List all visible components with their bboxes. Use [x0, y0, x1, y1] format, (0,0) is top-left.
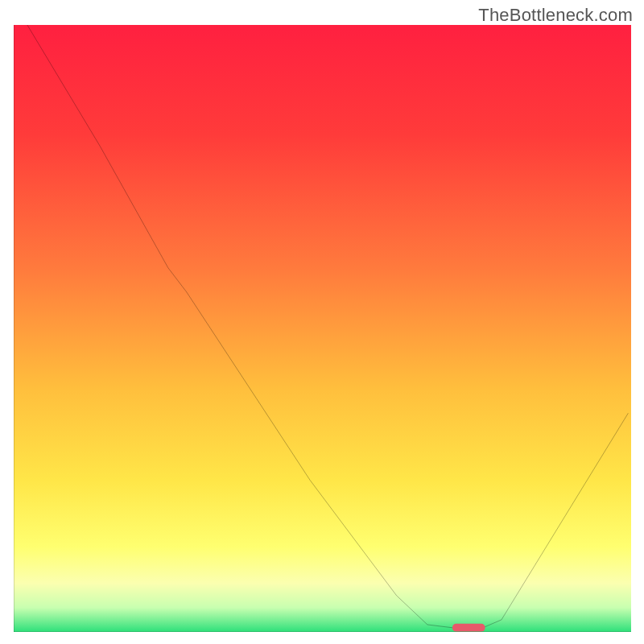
watermark-text: TheBottleneck.com [478, 5, 633, 26]
chart-plot-area [14, 25, 631, 632]
chart-svg [14, 25, 631, 632]
chart-background [14, 25, 631, 632]
chart-container: TheBottleneck.com [0, 0, 644, 644]
optimal-point-marker [452, 624, 485, 632]
